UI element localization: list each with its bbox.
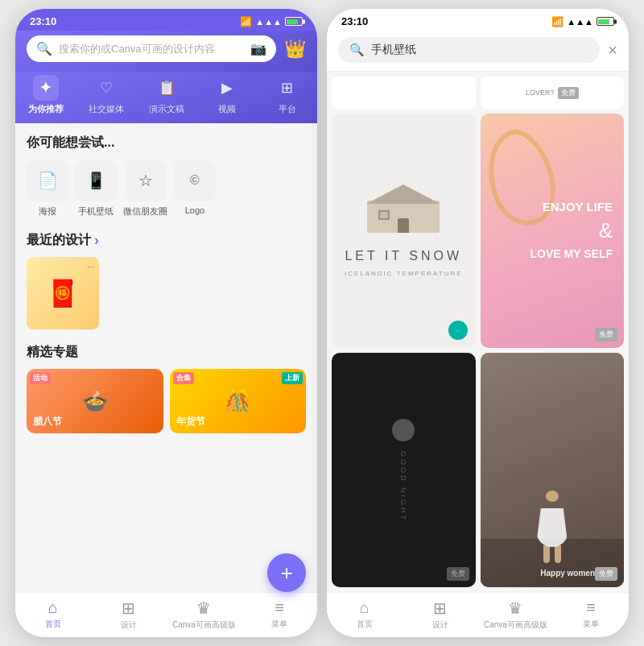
poster-icon: 📄 <box>27 159 68 201</box>
house-door <box>398 218 409 233</box>
phone-icon: 📱 <box>75 159 117 201</box>
result-card-dark[interactable]: GOOD NIGHT 免费 <box>332 353 476 587</box>
result-card-snow[interactable]: LET IT SNOW ICELANDIC TEMPERATURE · <box>332 114 476 348</box>
search-placeholder: 搜索你的或Canva可画的设计内容 <box>59 42 244 56</box>
phone-left: 23:10 📶 ▲▲▲ 🔍 搜索你的或Canva可画的设计内容 📷 👑 ✦ 为你… <box>15 9 317 637</box>
recent-section: 最近的设计 › 🧧 ··· <box>27 232 306 329</box>
try-item-wallpaper[interactable]: 📱 手机壁纸 <box>75 159 117 217</box>
nav-menu-r[interactable]: ≡ 菜单 <box>553 599 629 629</box>
figure-head <box>546 491 559 502</box>
tab-social[interactable]: ♡ 社交媒体 <box>76 75 136 115</box>
teal-dot: · <box>448 321 468 340</box>
tab-platform[interactable]: ⊞ 平台 <box>257 75 317 115</box>
search-bar-right: 🔍 手机壁纸 × <box>327 31 629 72</box>
phone-right: 23:10 📶 ▲▲▲ 🔍 手机壁纸 × LOVER? 免费 <box>327 9 629 637</box>
bottom-nav-left: ⌂ 首页 ⊞ 设计 ♛ Canva可画高级版 ≡ 菜单 <box>15 592 317 637</box>
camera-icon: 📷 <box>250 41 266 56</box>
free-badge-top: 免费 <box>558 87 579 99</box>
close-button[interactable]: × <box>608 41 617 60</box>
logo-icon: © <box>174 159 216 201</box>
nav-home-r[interactable]: ⌂ 首页 <box>327 599 402 629</box>
tab-recommended-label: 为你推荐 <box>28 103 64 115</box>
featured-card-nianhuo[interactable]: 合集 上新 🎊 年货节 <box>170 369 307 433</box>
try-item-wallpaper-label: 手机壁纸 <box>78 205 114 217</box>
recent-header[interactable]: 最近的设计 › <box>27 232 306 249</box>
nav-design[interactable]: ⊞ 设计 <box>91 599 167 629</box>
featured-cards-list: 活动 🍲 腊八节 合集 上新 🎊 年货节 <box>27 369 306 433</box>
category-tabs: ✦ 为你推荐 ♡ 社交媒体 📋 演示文稿 ▶ 视频 ⊞ 平台 <box>15 72 317 123</box>
tab-presentation[interactable]: 📋 演示文稿 <box>136 75 196 115</box>
tab-platform-label: 平台 <box>279 103 296 115</box>
laba-label: 腊八节 <box>33 415 62 429</box>
recent-arrow: › <box>94 232 99 249</box>
crown-nav-icon-r: ♛ <box>508 598 522 618</box>
figure-dress <box>536 508 568 547</box>
search-input-wrap[interactable]: 🔍 搜索你的或Canva可画的设计内容 📷 <box>27 35 276 62</box>
free-badge-dark: 免费 <box>447 567 469 581</box>
star-icon: ☆ <box>125 159 167 201</box>
figure-legs <box>543 545 561 563</box>
design-icon: ⊞ <box>122 598 135 618</box>
womens-figure <box>532 491 572 563</box>
nianhuo-label: 年货节 <box>176 415 205 429</box>
nav-design-r[interactable]: ⊞ 设计 <box>402 599 478 629</box>
status-bar-left: 23:10 📶 ▲▲▲ <box>15 9 317 31</box>
snow-house-illustration <box>367 184 440 233</box>
lover-text: LOVER? <box>526 89 555 97</box>
fab-plus-icon: + <box>280 561 292 586</box>
enjoy-life-text: ENJOY LIFE <box>543 199 613 215</box>
nav-home-label: 首页 <box>45 619 61 630</box>
design-icon-r: ⊞ <box>433 598 447 618</box>
nav-premium-r[interactable]: ♛ Canva可画高级版 <box>478 599 554 629</box>
fab-button[interactable]: + <box>267 553 306 592</box>
slides-icon: 📋 <box>154 75 180 101</box>
nav-premium-label: Canva可画高级版 <box>172 619 236 631</box>
featured-card-laba[interactable]: 活动 🍲 腊八节 <box>27 369 163 433</box>
battery-icon <box>285 17 303 26</box>
home-icon-r: ⌂ <box>360 598 369 617</box>
sparkle-icon: ✦ <box>33 75 59 101</box>
recent-design-thumb[interactable]: 🧧 ··· <box>27 257 99 329</box>
nav-menu[interactable]: ≡ 菜单 <box>242 599 317 629</box>
status-icons-left: 📶 ▲▲▲ <box>240 16 303 27</box>
menu-icon: ≡ <box>275 598 284 617</box>
tab-social-label: 社交媒体 <box>89 103 124 115</box>
video-icon: ▶ <box>214 75 240 101</box>
nav-premium-label-r: Canva可画高级版 <box>484 619 547 631</box>
tab-presentation-label: 演示文稿 <box>149 103 184 115</box>
try-item-wechat[interactable]: ☆ 微信朋友圈 <box>123 159 167 217</box>
leg-right <box>555 545 561 563</box>
let-it-snow-text: LET IT SNOW <box>345 249 462 263</box>
wifi-icon-r: ▲▲▲ <box>567 17 593 27</box>
featured-title: 精选专题 <box>27 344 306 361</box>
status-icons-right: 📶 ▲▲▲ <box>551 16 614 27</box>
swirl-decoration <box>481 122 568 234</box>
heart-icon: ♡ <box>93 75 119 101</box>
signal-icon-r: 📶 <box>551 16 564 27</box>
nav-home[interactable]: ⌂ 首页 <box>15 599 91 629</box>
search-icon-right: 🔍 <box>349 43 365 57</box>
partial-card-left[interactable] <box>332 77 476 109</box>
crown-icon[interactable]: 👑 <box>284 39 306 60</box>
try-item-logo[interactable]: © Logo <box>174 159 216 217</box>
crown-nav-icon: ♛ <box>196 598 211 618</box>
tab-recommended[interactable]: ✦ 为你推荐 <box>15 75 76 115</box>
leg-left <box>543 545 550 563</box>
status-bar-right: 23:10 📶 ▲▲▲ <box>327 9 629 31</box>
result-card-womens[interactable]: Happy women's day 免费 <box>481 353 625 587</box>
nav-menu-label: 菜单 <box>271 619 287 630</box>
search-input-right[interactable]: 🔍 手机壁纸 <box>338 37 600 63</box>
partial-card-right[interactable]: LOVER? 免费 <box>481 77 625 109</box>
nav-premium[interactable]: ♛ Canva可画高级版 <box>167 599 242 629</box>
result-card-enjoy[interactable]: ENJOY LIFE & LOVE MY SELF 免费 <box>481 114 625 348</box>
home-content: 你可能想尝试... 📄 海报 📱 手机壁纸 ☆ 微信朋友圈 © Logo 最近的… <box>15 123 317 592</box>
try-item-poster-label: 海报 <box>39 205 56 217</box>
try-item-poster[interactable]: 📄 海报 <box>27 159 68 217</box>
free-badge-womens: 免费 <box>595 567 617 581</box>
featured-section: 精选专题 活动 🍲 腊八节 合集 上新 🎊 年货节 <box>27 344 306 433</box>
battery-icon-r <box>597 17 614 26</box>
free-badge-enjoy: 免费 <box>595 328 617 342</box>
more-options-icon[interactable]: ··· <box>87 261 95 272</box>
tab-video-label: 视频 <box>218 103 236 115</box>
tab-video[interactable]: ▶ 视频 <box>196 75 257 115</box>
